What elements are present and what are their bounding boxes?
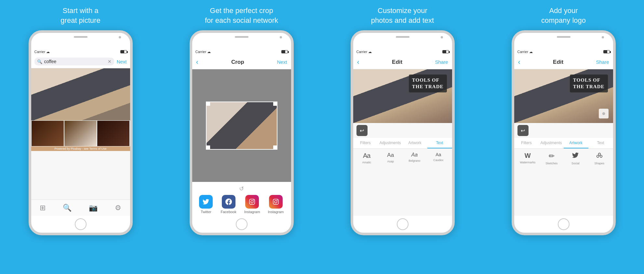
artwork-sketches[interactable]: ✏ Sketches [541, 152, 563, 212]
status-bar-3: Carrier ☁ [353, 48, 452, 55]
tab-artwork-3[interactable]: Artwork [403, 138, 427, 148]
phone-speaker-4 [557, 36, 570, 38]
battery-1 [120, 50, 127, 53]
phone-1: Carrier ☁ 🔍 coffee ✕ Next [29, 30, 133, 235]
status-bar-4: Carrier ☁ [514, 48, 613, 55]
tab-camera-icon[interactable]: 📷 [89, 204, 98, 212]
sketches-icon: ✏ [549, 152, 555, 160]
carrier-label-3: Carrier ☁ [356, 50, 372, 54]
artwork-shapes[interactable]: Shapes [588, 152, 610, 212]
artwork-watermarks[interactable]: W Watermarks [517, 152, 539, 212]
tab-adjustments-3[interactable]: Adjustments [378, 138, 403, 148]
instagram-label-2: Instagram [268, 210, 284, 214]
social-twitter[interactable]: Twitter [199, 195, 213, 214]
font-name-asap: Asap [387, 160, 394, 163]
search-bar-1: 🔍 coffee ✕ Next [31, 55, 130, 68]
search-clear-1[interactable]: ✕ [108, 59, 112, 64]
sketches-label: Sketches [545, 162, 557, 165]
font-caudex[interactable]: Aa Caudex [427, 152, 449, 212]
back-btn-2[interactable]: ‹ [196, 58, 198, 66]
svg-point-2 [600, 155, 602, 158]
font-amatic[interactable]: Aa Amatic [356, 152, 378, 212]
phone-dot-1 [119, 36, 121, 38]
panel-4: Add your company logo Carrier ☁ ‹ Edit S… [486, 0, 642, 274]
panel-2: Get the perfect crop for each social net… [164, 0, 320, 274]
facebook-label: Facebook [221, 210, 236, 214]
next-btn-2[interactable]: Next [277, 59, 287, 65]
search-next-btn-1[interactable]: Next [117, 59, 127, 64]
share-btn-3[interactable]: Share [435, 59, 448, 65]
social-instagram-1[interactable]: Instagram [244, 195, 260, 214]
svg-point-1 [597, 155, 599, 158]
crop-corner-tl [206, 102, 210, 106]
text-overlay-4: Tools ofThe trade [570, 75, 608, 92]
back-btn-3[interactable]: ‹ [357, 58, 359, 66]
social-facebook[interactable]: Facebook [221, 195, 236, 214]
undo-bar-4: ↩ [514, 123, 613, 138]
tab-filters-3[interactable]: Filters [353, 138, 378, 148]
watermarks-label: Watermarks [520, 161, 535, 164]
back-btn-4[interactable]: ‹ [518, 58, 520, 66]
phone-top-3 [353, 33, 452, 48]
carrier-label-1: Carrier ☁ [34, 50, 50, 54]
edit-tabs-3: Filters Adjustments Artwork Text [353, 138, 452, 149]
phone-4: Carrier ☁ ‹ Edit Share Tools ofThe trade [512, 30, 616, 235]
font-asap[interactable]: Aa Asap [380, 152, 402, 212]
svg-point-0 [598, 153, 600, 156]
tab-artwork-4[interactable]: Artwork [564, 138, 588, 148]
screen-1: 🔍 coffee ✕ Next Powered by Pixabay - see… [31, 55, 130, 216]
shapes-icon [596, 152, 603, 160]
nav-title-4: Edit [553, 59, 563, 65]
home-button-2[interactable] [236, 218, 248, 230]
home-button-1[interactable] [75, 218, 87, 230]
nav-bar-3: ‹ Edit Share [353, 55, 452, 69]
social-instagram-2[interactable]: Instagram [268, 195, 284, 214]
spacer-1 [31, 151, 130, 199]
tab-settings-icon[interactable]: ⚙ [115, 204, 121, 212]
thumb-2[interactable] [64, 120, 97, 146]
nav-bar-4: ‹ Edit Share [514, 55, 613, 69]
search-icon-1: 🔍 [37, 59, 42, 64]
phone-dot-3 [441, 36, 443, 38]
crop-bottom-bar-2: ↺ Twitter Facebook [192, 182, 291, 216]
thumb-1[interactable] [31, 120, 64, 146]
undo-btn-3[interactable]: ↩ [356, 125, 368, 136]
undo-btn-4[interactable]: ↩ [517, 125, 529, 136]
tab-filters-4[interactable]: Filters [514, 138, 539, 148]
tab-adjustments-4[interactable]: Adjustments [539, 138, 564, 148]
tab-search-icon[interactable]: 🔍 [63, 204, 72, 212]
font-belgrano[interactable]: Aa Belgrano [404, 152, 426, 212]
status-icons-2 [281, 50, 288, 53]
font-preview-belgrano: Aa [411, 152, 418, 158]
panel-2-title: Get the perfect crop for each social net… [205, 6, 278, 25]
status-bar-1: Carrier ☁ [31, 48, 130, 55]
crop-area-2[interactable] [192, 69, 291, 182]
powered-bar-1: Powered by Pixabay - see Terms of Use [31, 146, 130, 151]
phone-top-1 [31, 33, 130, 48]
artwork-social[interactable]: Social [565, 152, 587, 212]
panel-1-title: Start with a great picture [60, 6, 100, 25]
share-btn-4[interactable]: Share [596, 59, 609, 65]
screen-2: ‹ Crop Next ↺ [192, 55, 291, 216]
tab-gallery-icon[interactable]: ⊞ [40, 204, 46, 212]
nav-bar-2: ‹ Crop Next [192, 55, 291, 69]
thumb-3[interactable] [97, 120, 130, 146]
screen-3: ‹ Edit Share Tools ofThe trade ↩ Filters [353, 55, 452, 216]
phone-bottom-2 [192, 216, 291, 233]
thumbnail-row-1 [31, 120, 130, 146]
crop-corner-tr [273, 102, 277, 106]
search-input-wrap-1[interactable]: 🔍 coffee ✕ [34, 58, 114, 65]
edit-main-img-4: Tools ofThe trade ⊕ [514, 69, 613, 123]
home-button-4[interactable] [558, 218, 570, 230]
tab-text-4[interactable]: Text [588, 138, 613, 148]
tab-text-3[interactable]: Text [427, 138, 452, 148]
text-overlay-3: Tools ofThe trade [409, 75, 447, 92]
phone-dot-4 [602, 36, 604, 38]
crop-scene-2 [207, 102, 277, 149]
home-button-3[interactable] [397, 218, 409, 230]
edit-main-img-3: Tools ofThe trade [353, 69, 452, 123]
phone-top-4 [514, 33, 613, 48]
crop-corner-bl [206, 145, 210, 149]
crop-inner-2 [206, 102, 277, 150]
panel-3: Customize your photos and add text Carri… [325, 0, 481, 274]
